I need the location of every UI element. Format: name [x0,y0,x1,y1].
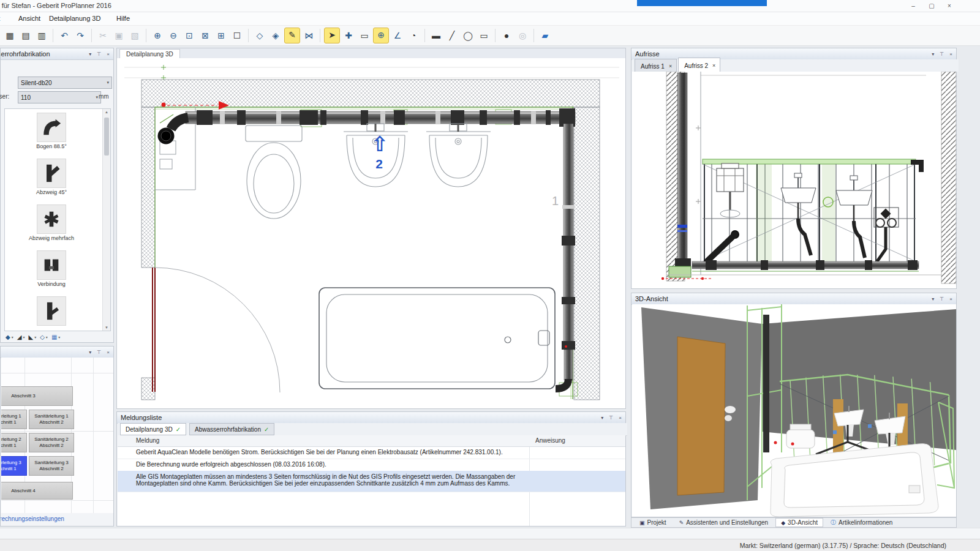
panel-menu-icon[interactable]: ▾ [89,51,91,57]
label-icon[interactable]: ▭ [357,28,372,43]
messages-table[interactable]: Meldung Anweisung Geberit AquaClean Mode… [118,435,625,526]
table-row-selected[interactable]: Alle GIS Montageplatten müssen an mindes… [118,471,625,492]
bend-filter-icon[interactable]: ◆▾ [6,334,13,340]
branch-filter-icon[interactable]: ◢▾ [17,334,25,340]
section-button[interactable]: Sanitärleitung 2Abschnitt 1 [1,433,27,452]
panel-close-icon[interactable]: × [949,51,952,57]
measure-angle-icon[interactable]: ∠ [390,28,405,43]
bathtub[interactable] [319,288,555,389]
selection-frame-icon[interactable]: ☐ [230,28,244,43]
panel-pin-icon[interactable]: ⊤ [609,415,613,421]
section-button-top[interactable]: Abschnitt 3 [1,386,73,406]
list-item[interactable]: Abzweig mehrfach [5,204,98,241]
tab-artikelinformationen[interactable]: ⓘ Artikelinformationen [825,518,898,527]
menu-detailplanung[interactable]: Detailplanung 3D [49,15,100,22]
zoom-dynamic-icon[interactable]: ⊕ [373,28,389,43]
plate-filter-icon[interactable]: ▦▾ [51,334,60,340]
panel-pin-icon[interactable]: ⊤ [97,350,101,355]
table-row[interactable]: Geberit AquaClean Modelle benötigen Stro… [118,446,625,459]
select-cursor-icon[interactable]: ➤ [324,28,340,43]
snap-grid-icon[interactable]: ◈ [268,28,283,43]
list-item[interactable]: Abzweig 45° [5,159,98,195]
panel-close-icon[interactable]: × [949,296,952,302]
fitting-filter-icon[interactable]: ◣▾ [28,334,36,340]
minimize-button[interactable]: – [905,1,921,11]
panel-close-icon[interactable]: × [107,350,110,355]
zoom-previous-icon[interactable]: ⊞ [214,28,228,43]
undo-icon[interactable]: ↶ [57,28,72,43]
panel-close-icon[interactable]: × [619,415,622,421]
lock-icon[interactable]: ● [499,28,514,43]
panel-pin-icon[interactable]: ⊤ [97,51,101,57]
elevation-canvas[interactable] [632,72,956,288]
zoom-out-icon[interactable]: ⊖ [166,28,181,43]
zoom-window-icon[interactable]: ⊡ [182,28,197,43]
section-button[interactable]: Sanitärleitung 1Abschnitt 1 [1,410,27,429]
pipe-series-icon[interactable]: ▰ [538,28,552,43]
messages-tab-abwasserrohrfabrikation[interactable]: Abwasserrohrfabrikation ✓ [189,423,274,435]
panel-pin-icon[interactable]: ⊤ [940,296,944,302]
zoom-in-icon[interactable]: ⊕ [150,28,165,43]
list-item[interactable]: Verbindung [5,250,98,287]
menu-hilfe[interactable]: Hilfe [116,15,130,22]
wc-fixture[interactable] [246,126,302,219]
close-button[interactable]: × [941,1,957,11]
tab-aufriss-2[interactable]: Aufriss 2× [678,58,720,72]
view3d-canvas[interactable] [632,304,956,517]
tab-aufriss-1[interactable]: Aufriss 1× [635,59,677,72]
edit-mode-icon[interactable]: ✎ [284,28,300,43]
menu-ansicht[interactable]: Ansicht [18,15,40,22]
diameter-select[interactable]: 110 ▾ [18,91,101,103]
close-icon[interactable]: × [712,62,715,69]
copy-icon[interactable]: ▣ [111,28,126,43]
toolbar-separator [320,29,320,42]
redo-icon[interactable]: ↷ [73,28,88,43]
move-icon[interactable]: ✚ [341,28,356,43]
cut-icon[interactable]: ✂ [96,28,110,43]
fitting-library-list[interactable]: Bogen 88.5° Abzweig 45° Abzweig mehrfach… [4,108,111,331]
library-scrollbar[interactable]: ▲ ▼ [102,109,110,331]
tab-projekt[interactable]: ▣ Projekt [634,518,672,527]
protractor-icon[interactable]: ◔ [406,28,421,43]
tab-assistenten[interactable]: ✎ Assistenten und Einstellungen [674,518,774,527]
draw-ellipse-icon[interactable]: ◯ [461,28,475,43]
calculation-settings-link[interactable]: Berechnungseinstellungen [1,515,64,522]
pipe-system-select[interactable]: Silent-db20 ▾ [18,77,112,89]
section-button[interactable]: Sanitärleitung 1Abschnitt 2 [29,410,74,429]
connect-icon[interactable]: ⋈ [301,28,316,43]
panel-menu-icon[interactable]: ▾ [601,415,603,421]
list-item[interactable] [5,296,98,327]
panel-menu-icon[interactable]: ▾ [89,350,91,355]
report-icon[interactable]: ▥ [34,28,49,43]
panel-menu-icon[interactable]: ▾ [932,51,934,57]
unlock-icon[interactable]: ◎ [515,28,530,43]
messages-tab-detailplanung[interactable]: Detailplanung 3D ✓ [120,423,186,435]
paste-icon[interactable]: ▧ [127,28,142,43]
tab-3d-ansicht[interactable]: ◆ 3D-Ansicht [775,518,823,527]
pipe-sections-diagram[interactable]: Abschnitt 3 Sanitärleitung 1Abschnitt 1 … [1,358,113,513]
zoom-fit-icon[interactable]: ⊠ [198,28,213,43]
save-icon[interactable]: ▦ [2,28,17,43]
section-button[interactable]: Sanitärleitung 3Abschnitt 2 [29,456,74,476]
print-icon[interactable]: ▤ [18,28,33,43]
profile-filter-icon[interactable]: ◇▾ [40,334,48,340]
draw-line-icon[interactable]: ╱ [445,28,459,43]
panel-close-icon[interactable]: × [107,51,110,57]
list-item[interactable]: Bogen 88.5° [5,113,98,149]
panel-menu-icon[interactable]: ▾ [932,296,934,302]
section-button[interactable]: Sanitärleitung 2Abschnitt 2 [29,433,74,452]
maximize-button[interactable]: ▢ [924,1,940,11]
panel-pin-icon[interactable]: ⊤ [940,51,944,57]
scroll-down-icon[interactable]: ▼ [103,326,110,329]
scrollbar-thumb[interactable] [104,118,109,156]
ruler-icon[interactable]: ▬ [429,28,443,43]
section-button-selected[interactable]: Sanitärleitung 3Abschnitt 1 [1,456,27,476]
washbasin-2[interactable] [426,124,491,187]
section-button-bottom[interactable]: Abschnitt 4 [1,482,73,500]
snap-point-icon[interactable]: ◇ [252,28,267,43]
scroll-up-icon[interactable]: ▲ [103,109,110,114]
table-row[interactable]: Die Berechnung wurde erfolgreich abgesch… [118,459,625,471]
close-icon[interactable]: × [669,63,672,69]
draw-rectangle-icon[interactable]: ▭ [477,28,491,43]
floor-plan-canvas[interactable]: ⇧ 2 1 [116,58,626,409]
